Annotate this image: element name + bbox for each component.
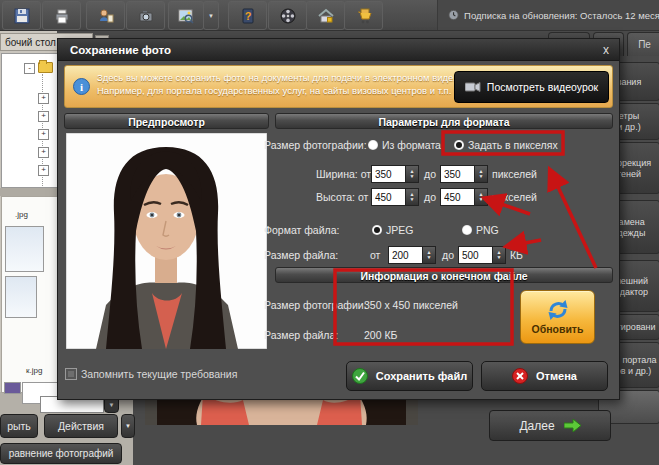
image-viewer-icon-glyph <box>177 7 195 25</box>
compare-photos-button[interactable]: равнение фотографий <box>0 443 122 464</box>
video-film-icon-glyph <box>279 7 297 25</box>
sidebar-item-1-label: вания <box>617 77 642 87</box>
remember-checkbox[interactable] <box>65 368 77 380</box>
height-pixels-label: пикселей <box>492 191 537 203</box>
video-film-icon[interactable] <box>268 1 307 30</box>
folder-tree[interactable]: - + + + + + <box>1 53 58 188</box>
photo-thumbnail[interactable] <box>4 382 21 394</box>
camera-icon[interactable] <box>126 1 165 30</box>
image-viewer-dropdown-icon[interactable]: ▼ <box>203 1 219 30</box>
preview-photo <box>66 133 267 349</box>
subscription-panel: Подписка на обновления: Осталось 12 меся… <box>437 0 659 30</box>
width-to-label: до <box>424 168 436 180</box>
dialog-title-bar: Сохранение фото <box>58 39 619 61</box>
shop-cart-icon-glyph <box>355 7 373 25</box>
camera-icon-glyph <box>137 7 155 25</box>
save-icon-glyph <box>13 7 31 25</box>
tab-print-label: Пе <box>638 39 651 50</box>
home-upload-icon[interactable] <box>306 1 345 30</box>
cancel-button[interactable]: Отмена <box>481 361 608 391</box>
compare-photos-label: равнение фотографий <box>9 448 114 459</box>
width-to-input[interactable] <box>440 165 475 183</box>
help-icon[interactable]: ? <box>228 1 267 30</box>
tree-expand-box[interactable]: + <box>38 93 49 104</box>
sidebar-item-3-label2: теней <box>617 169 641 179</box>
cancel-circle-icon <box>512 368 528 384</box>
radio-png[interactable] <box>462 225 472 235</box>
home-upload-icon-glyph <box>317 7 335 25</box>
radio-jpeg[interactable] <box>372 225 382 235</box>
user-photo-icon-glyph <box>97 7 115 25</box>
kb-label: КБ <box>510 249 523 261</box>
photo-thumbnail[interactable] <box>5 276 37 318</box>
print-icon-glyph <box>53 7 71 25</box>
banner-text-line1: Здесь вы можете сохранить фото на докуме… <box>97 72 456 83</box>
width-from-input[interactable] <box>371 165 406 183</box>
open-button[interactable]: рыть <box>0 414 38 438</box>
stepper-arrows-icon[interactable]: ▲▼ <box>406 188 419 206</box>
thumbnail-list[interactable]: .jpg к.jpg <box>1 196 58 393</box>
tree-expand-box[interactable]: + <box>38 111 49 122</box>
close-glyph: x <box>603 43 609 57</box>
result-info-header-label: Информация о конечном файле <box>360 270 527 282</box>
radio-set-in-pixels[interactable] <box>454 140 464 150</box>
shop-cart-icon[interactable] <box>344 1 383 30</box>
info-icon: i <box>73 78 90 95</box>
stepper-arrows-icon[interactable]: ▲▼ <box>493 246 506 264</box>
photo-thumbnail[interactable] <box>5 226 44 272</box>
width-label: Ширина: от <box>316 168 371 180</box>
remember-checkbox-label: Запомнить текущие требования <box>81 368 237 380</box>
actions-button-label: Действия <box>58 420 104 432</box>
file-size-from-label: от <box>370 249 380 261</box>
watch-video-button[interactable]: Посмотреть видеоурок <box>454 71 609 103</box>
tree-expand-box[interactable]: + <box>38 165 49 176</box>
height-to-label: до <box>424 191 436 203</box>
radio-from-format[interactable] <box>368 140 378 150</box>
stepper-arrows-icon[interactable]: ▲▼ <box>475 188 488 206</box>
tree-expand-box[interactable]: + <box>38 129 49 140</box>
open-button-label: рыть <box>7 420 31 432</box>
save-photo-dialog: Сохранение фото x i Здесь вы можете сохр… <box>57 38 620 400</box>
print-icon[interactable] <box>42 1 81 30</box>
result-info-header: Информация о конечном файле <box>275 267 613 283</box>
tree-expand-box[interactable]: + <box>38 147 49 158</box>
height-from-input[interactable] <box>371 188 406 206</box>
dialog-title: Сохранение фото <box>70 44 171 56</box>
radio-from-format-label: Из формата <box>382 139 441 151</box>
filesize-to-input[interactable] <box>458 246 493 264</box>
width-to-stepper[interactable]: ▲▼ <box>440 165 488 183</box>
desktop-tab-label: бочий стол <box>5 37 56 48</box>
height-to-stepper[interactable]: ▲▼ <box>440 188 488 206</box>
tab-print-partial[interactable]: Пе <box>627 32 659 56</box>
next-button-label: Далее <box>519 419 554 433</box>
height-to-input[interactable] <box>440 188 475 206</box>
save-file-button[interactable]: Сохранить файл <box>346 361 473 391</box>
user-photo-icon[interactable] <box>86 1 125 30</box>
radio-set-in-pixels-label: Задать в пикселях <box>468 139 558 151</box>
actions-dropdown-icon[interactable]: ▼ <box>121 414 135 438</box>
stepper-arrows-icon[interactable]: ▲▼ <box>475 165 488 183</box>
save-icon[interactable] <box>2 1 41 30</box>
stepper-arrows-icon[interactable]: ▲▼ <box>406 165 419 183</box>
tree-collapse-box[interactable]: - <box>24 63 35 74</box>
radio-png-label: PNG <box>476 224 499 236</box>
filesize-from-stepper[interactable]: ▲▼ <box>388 246 436 264</box>
file-name-label: .jpg <box>15 210 28 219</box>
width-from-stepper[interactable]: ▲▼ <box>371 165 419 183</box>
refresh-button[interactable]: Обновить <box>520 290 595 344</box>
result-file-size-label: Размер файла: <box>264 329 338 341</box>
toolbar: ▼ ? Подписка на обновления: Осталось 12 … <box>0 0 659 31</box>
stepper-arrows-icon[interactable]: ▲▼ <box>423 246 436 264</box>
filesize-from-input[interactable] <box>388 246 423 264</box>
next-button[interactable]: Далее <box>489 410 611 441</box>
preview-header-label: Предпросмотр <box>128 116 205 128</box>
filesize-to-stepper[interactable]: ▲▼ <box>458 246 506 264</box>
image-viewer-icon[interactable] <box>168 1 204 30</box>
close-icon[interactable]: x <box>598 42 614 58</box>
check-circle-icon <box>352 368 368 384</box>
actions-button[interactable]: Действия <box>44 414 118 438</box>
file-size-label: Размер файла: <box>264 249 338 261</box>
params-header-label: Параметры для формата <box>378 116 509 128</box>
file-name-label: к.jpg <box>26 366 42 375</box>
height-from-stepper[interactable]: ▲▼ <box>371 188 419 206</box>
